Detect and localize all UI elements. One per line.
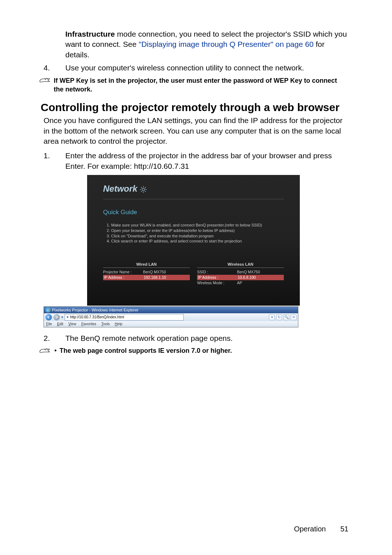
menu-edit[interactable]: Edit <box>57 322 63 326</box>
ie-version-note: The web page control supports IE version… <box>60 347 232 355</box>
svg-line-6 <box>145 191 146 192</box>
dropdown-icon[interactable]: ▾ <box>269 314 275 320</box>
step-text: The BenQ remote network operation page o… <box>65 333 348 343</box>
projector-web-screenshot: Network Quick Guide 1. Make sure your WL… <box>87 175 300 306</box>
hand-note-icon <box>39 77 51 85</box>
footer-section: Operation <box>294 525 326 533</box>
forward-button[interactable] <box>53 314 60 321</box>
page-footer: Operation 51 <box>294 525 348 533</box>
xref-link[interactable]: "Displaying image through Q Presenter" o… <box>139 40 314 48</box>
wireless-lan-col: Wireless LAN SSID :BenQ MX750 IP Address… <box>197 262 284 285</box>
ie-toolbar: ▾ ✦ http://10.60.7.31/BenQ/index.html ▾ … <box>44 313 298 321</box>
mode-name: Infrastructure <box>65 30 115 38</box>
step-number: 2. <box>44 333 65 343</box>
page-icon: ✦ <box>66 315 69 319</box>
hand-note-icon <box>39 348 51 356</box>
section-intro: Once you have configured the LAN setting… <box>44 115 348 146</box>
refresh-button[interactable]: ↻ <box>276 314 282 320</box>
ie-window-screenshot: e Pixelworks Projector - Windows Interne… <box>44 306 298 327</box>
quick-guide-heading: Quick Guide <box>103 209 284 216</box>
step-number: 1. <box>44 151 65 171</box>
steps-list-main: 1. Enter the address of the projector in… <box>44 151 348 171</box>
search-dropdown[interactable]: 🔍 <box>283 314 289 320</box>
menu-file[interactable]: File <box>46 322 52 326</box>
wired-lan-col: Wired LAN Projector Name :BenQ MX750 IP … <box>103 262 190 285</box>
svg-line-7 <box>141 191 142 192</box>
ie-logo-icon: e <box>45 307 50 313</box>
gear-icon <box>140 185 147 192</box>
address-bar[interactable]: ✦ http://10.60.7.31/BenQ/index.html <box>65 314 184 321</box>
steps-list-main-2: 2. The BenQ remote network operation pag… <box>44 333 348 343</box>
menu-view[interactable]: View <box>68 322 76 326</box>
ie-titlebar: e Pixelworks Projector - Windows Interne… <box>44 307 298 313</box>
menu-tools[interactable]: Tools <box>101 322 110 326</box>
guide-steps: 1. Make sure your WLAN is enabled, and c… <box>103 223 284 244</box>
back-button[interactable] <box>45 314 52 321</box>
stop-button[interactable]: ✕ <box>291 314 297 320</box>
svg-point-0 <box>142 188 144 191</box>
step-text: Enter the address of the projector in th… <box>65 151 348 171</box>
chevron-down-icon[interactable]: ▾ <box>61 315 63 319</box>
wired-ip-row: IP Address :192.168.1.10 <box>103 275 190 280</box>
step-number: 4. <box>44 63 65 73</box>
wireless-ip-row: IP Address :10.6.8.100 <box>197 275 284 280</box>
svg-line-5 <box>141 187 142 188</box>
bullet-icon: • <box>52 347 59 355</box>
section-heading: Controlling the projector remotely throu… <box>41 101 348 114</box>
ie-menu-bar: File Edit View Favorites Tools Help <box>44 321 298 327</box>
page-number: 51 <box>340 525 348 533</box>
step-text: Use your computer's wireless connection … <box>65 63 348 73</box>
menu-help[interactable]: Help <box>115 322 122 326</box>
intro-continuation: Infrastructure mode connection, you need… <box>65 29 348 60</box>
wep-note: If WEP Key is set in the projector, the … <box>54 77 348 94</box>
menu-favs[interactable]: Favorites <box>81 322 96 326</box>
steps-list-top: 4. Use your computer's wireless connecti… <box>44 63 348 73</box>
svg-line-8 <box>145 187 146 188</box>
proj-title: Network <box>103 184 284 194</box>
